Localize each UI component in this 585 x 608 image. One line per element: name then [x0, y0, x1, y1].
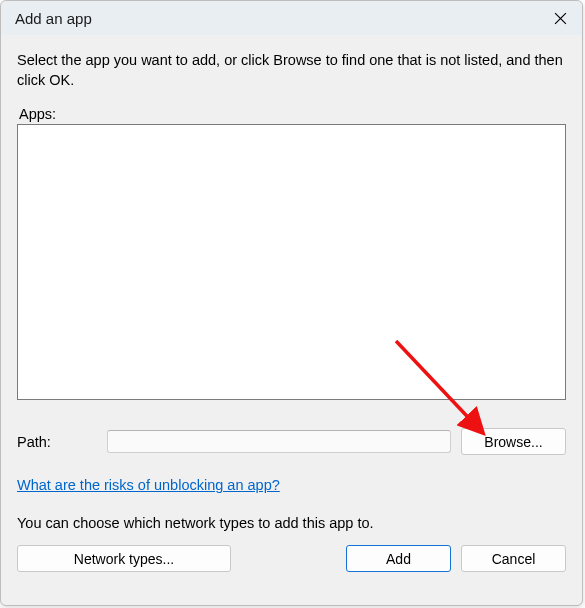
path-input[interactable]: [107, 430, 451, 453]
add-an-app-dialog: Add an app Select the app you want to ad…: [0, 0, 583, 606]
dialog-title: Add an app: [15, 10, 92, 27]
risks-link[interactable]: What are the risks of unblocking an app?: [17, 477, 280, 493]
apps-label: Apps:: [19, 106, 566, 122]
close-button[interactable]: [538, 1, 582, 35]
network-types-button[interactable]: Network types...: [17, 545, 231, 572]
apps-listbox[interactable]: [17, 124, 566, 400]
add-button[interactable]: Add: [346, 545, 451, 572]
browse-button[interactable]: Browse...: [461, 428, 566, 455]
button-row: Network types... Add Cancel: [17, 545, 566, 572]
close-icon: [554, 12, 567, 25]
path-row: Path: Browse...: [17, 428, 566, 455]
titlebar: Add an app: [1, 1, 582, 35]
network-types-text: You can choose which network types to ad…: [17, 515, 566, 531]
instruction-text: Select the app you want to add, or click…: [17, 51, 566, 90]
cancel-button[interactable]: Cancel: [461, 545, 566, 572]
dialog-body: Select the app you want to add, or click…: [1, 35, 582, 605]
path-label: Path:: [17, 434, 97, 450]
risks-link-wrapper: What are the risks of unblocking an app?: [17, 477, 566, 493]
